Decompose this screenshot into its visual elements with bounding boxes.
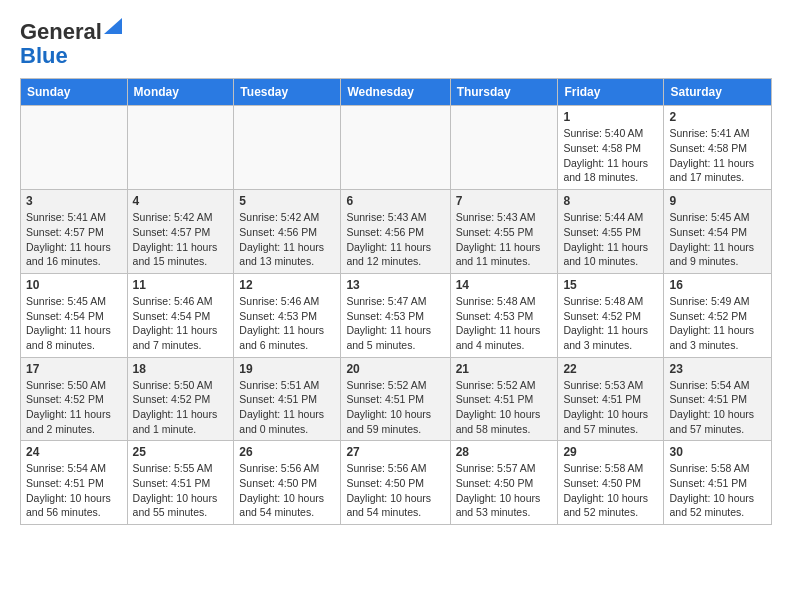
day-number: 9 <box>669 194 766 208</box>
calendar-cell: 10Sunrise: 5:45 AM Sunset: 4:54 PM Dayli… <box>21 273 128 357</box>
day-info: Sunrise: 5:58 AM Sunset: 4:50 PM Dayligh… <box>563 461 658 520</box>
weekday-header-thursday: Thursday <box>450 79 558 106</box>
header: General Blue <box>20 20 772 68</box>
calendar-cell <box>341 106 450 190</box>
calendar-cell: 17Sunrise: 5:50 AM Sunset: 4:52 PM Dayli… <box>21 357 128 441</box>
calendar-cell: 2Sunrise: 5:41 AM Sunset: 4:58 PM Daylig… <box>664 106 772 190</box>
day-info: Sunrise: 5:48 AM Sunset: 4:53 PM Dayligh… <box>456 294 553 353</box>
calendar-cell: 3Sunrise: 5:41 AM Sunset: 4:57 PM Daylig… <box>21 190 128 274</box>
weekday-header-sunday: Sunday <box>21 79 128 106</box>
day-info: Sunrise: 5:58 AM Sunset: 4:51 PM Dayligh… <box>669 461 766 520</box>
day-number: 21 <box>456 362 553 376</box>
page-container: General Blue SundayMondayTuesdayWednesda… <box>20 20 772 525</box>
logo-bird-icon <box>104 18 122 34</box>
calendar-cell: 8Sunrise: 5:44 AM Sunset: 4:55 PM Daylig… <box>558 190 664 274</box>
day-info: Sunrise: 5:53 AM Sunset: 4:51 PM Dayligh… <box>563 378 658 437</box>
day-info: Sunrise: 5:48 AM Sunset: 4:52 PM Dayligh… <box>563 294 658 353</box>
svg-marker-0 <box>104 18 122 34</box>
day-info: Sunrise: 5:49 AM Sunset: 4:52 PM Dayligh… <box>669 294 766 353</box>
day-number: 10 <box>26 278 122 292</box>
day-number: 2 <box>669 110 766 124</box>
weekday-header-saturday: Saturday <box>664 79 772 106</box>
calendar-cell: 4Sunrise: 5:42 AM Sunset: 4:57 PM Daylig… <box>127 190 234 274</box>
day-number: 27 <box>346 445 444 459</box>
day-number: 25 <box>133 445 229 459</box>
calendar-cell: 30Sunrise: 5:58 AM Sunset: 4:51 PM Dayli… <box>664 441 772 525</box>
day-info: Sunrise: 5:41 AM Sunset: 4:58 PM Dayligh… <box>669 126 766 185</box>
calendar-cell: 24Sunrise: 5:54 AM Sunset: 4:51 PM Dayli… <box>21 441 128 525</box>
calendar-cell: 7Sunrise: 5:43 AM Sunset: 4:55 PM Daylig… <box>450 190 558 274</box>
calendar-cell: 29Sunrise: 5:58 AM Sunset: 4:50 PM Dayli… <box>558 441 664 525</box>
day-number: 30 <box>669 445 766 459</box>
day-info: Sunrise: 5:44 AM Sunset: 4:55 PM Dayligh… <box>563 210 658 269</box>
day-number: 26 <box>239 445 335 459</box>
calendar-cell: 22Sunrise: 5:53 AM Sunset: 4:51 PM Dayli… <box>558 357 664 441</box>
day-info: Sunrise: 5:52 AM Sunset: 4:51 PM Dayligh… <box>346 378 444 437</box>
calendar-cell: 15Sunrise: 5:48 AM Sunset: 4:52 PM Dayli… <box>558 273 664 357</box>
week-row-5: 24Sunrise: 5:54 AM Sunset: 4:51 PM Dayli… <box>21 441 772 525</box>
day-number: 18 <box>133 362 229 376</box>
day-number: 6 <box>346 194 444 208</box>
day-info: Sunrise: 5:50 AM Sunset: 4:52 PM Dayligh… <box>133 378 229 437</box>
calendar-cell: 28Sunrise: 5:57 AM Sunset: 4:50 PM Dayli… <box>450 441 558 525</box>
calendar-cell: 21Sunrise: 5:52 AM Sunset: 4:51 PM Dayli… <box>450 357 558 441</box>
weekday-header-row: SundayMondayTuesdayWednesdayThursdayFrid… <box>21 79 772 106</box>
weekday-header-friday: Friday <box>558 79 664 106</box>
day-info: Sunrise: 5:54 AM Sunset: 4:51 PM Dayligh… <box>26 461 122 520</box>
day-number: 29 <box>563 445 658 459</box>
calendar-cell: 5Sunrise: 5:42 AM Sunset: 4:56 PM Daylig… <box>234 190 341 274</box>
day-number: 16 <box>669 278 766 292</box>
day-info: Sunrise: 5:45 AM Sunset: 4:54 PM Dayligh… <box>669 210 766 269</box>
day-info: Sunrise: 5:57 AM Sunset: 4:50 PM Dayligh… <box>456 461 553 520</box>
calendar-cell: 11Sunrise: 5:46 AM Sunset: 4:54 PM Dayli… <box>127 273 234 357</box>
day-number: 12 <box>239 278 335 292</box>
week-row-2: 3Sunrise: 5:41 AM Sunset: 4:57 PM Daylig… <box>21 190 772 274</box>
calendar-cell: 19Sunrise: 5:51 AM Sunset: 4:51 PM Dayli… <box>234 357 341 441</box>
day-info: Sunrise: 5:42 AM Sunset: 4:57 PM Dayligh… <box>133 210 229 269</box>
week-row-3: 10Sunrise: 5:45 AM Sunset: 4:54 PM Dayli… <box>21 273 772 357</box>
day-info: Sunrise: 5:41 AM Sunset: 4:57 PM Dayligh… <box>26 210 122 269</box>
day-info: Sunrise: 5:50 AM Sunset: 4:52 PM Dayligh… <box>26 378 122 437</box>
day-info: Sunrise: 5:55 AM Sunset: 4:51 PM Dayligh… <box>133 461 229 520</box>
day-info: Sunrise: 5:46 AM Sunset: 4:54 PM Dayligh… <box>133 294 229 353</box>
day-info: Sunrise: 5:54 AM Sunset: 4:51 PM Dayligh… <box>669 378 766 437</box>
calendar-table: SundayMondayTuesdayWednesdayThursdayFrid… <box>20 78 772 525</box>
day-number: 8 <box>563 194 658 208</box>
day-info: Sunrise: 5:46 AM Sunset: 4:53 PM Dayligh… <box>239 294 335 353</box>
weekday-header-wednesday: Wednesday <box>341 79 450 106</box>
calendar-cell: 18Sunrise: 5:50 AM Sunset: 4:52 PM Dayli… <box>127 357 234 441</box>
day-number: 14 <box>456 278 553 292</box>
calendar-cell: 16Sunrise: 5:49 AM Sunset: 4:52 PM Dayli… <box>664 273 772 357</box>
calendar-cell <box>234 106 341 190</box>
week-row-4: 17Sunrise: 5:50 AM Sunset: 4:52 PM Dayli… <box>21 357 772 441</box>
day-number: 4 <box>133 194 229 208</box>
day-number: 19 <box>239 362 335 376</box>
day-info: Sunrise: 5:42 AM Sunset: 4:56 PM Dayligh… <box>239 210 335 269</box>
day-info: Sunrise: 5:45 AM Sunset: 4:54 PM Dayligh… <box>26 294 122 353</box>
calendar-cell: 27Sunrise: 5:56 AM Sunset: 4:50 PM Dayli… <box>341 441 450 525</box>
day-info: Sunrise: 5:43 AM Sunset: 4:55 PM Dayligh… <box>456 210 553 269</box>
logo-blue: Blue <box>20 44 68 68</box>
logo: General Blue <box>20 20 122 68</box>
day-number: 28 <box>456 445 553 459</box>
day-info: Sunrise: 5:40 AM Sunset: 4:58 PM Dayligh… <box>563 126 658 185</box>
week-row-1: 1Sunrise: 5:40 AM Sunset: 4:58 PM Daylig… <box>21 106 772 190</box>
day-info: Sunrise: 5:47 AM Sunset: 4:53 PM Dayligh… <box>346 294 444 353</box>
calendar-cell <box>127 106 234 190</box>
calendar-cell: 20Sunrise: 5:52 AM Sunset: 4:51 PM Dayli… <box>341 357 450 441</box>
day-number: 1 <box>563 110 658 124</box>
calendar-cell: 13Sunrise: 5:47 AM Sunset: 4:53 PM Dayli… <box>341 273 450 357</box>
calendar-cell: 26Sunrise: 5:56 AM Sunset: 4:50 PM Dayli… <box>234 441 341 525</box>
calendar-cell: 6Sunrise: 5:43 AM Sunset: 4:56 PM Daylig… <box>341 190 450 274</box>
day-number: 13 <box>346 278 444 292</box>
calendar-cell: 25Sunrise: 5:55 AM Sunset: 4:51 PM Dayli… <box>127 441 234 525</box>
calendar-cell: 12Sunrise: 5:46 AM Sunset: 4:53 PM Dayli… <box>234 273 341 357</box>
calendar-cell <box>450 106 558 190</box>
calendar-cell: 14Sunrise: 5:48 AM Sunset: 4:53 PM Dayli… <box>450 273 558 357</box>
calendar-cell: 23Sunrise: 5:54 AM Sunset: 4:51 PM Dayli… <box>664 357 772 441</box>
day-info: Sunrise: 5:56 AM Sunset: 4:50 PM Dayligh… <box>346 461 444 520</box>
day-info: Sunrise: 5:52 AM Sunset: 4:51 PM Dayligh… <box>456 378 553 437</box>
day-number: 23 <box>669 362 766 376</box>
day-number: 24 <box>26 445 122 459</box>
day-number: 7 <box>456 194 553 208</box>
